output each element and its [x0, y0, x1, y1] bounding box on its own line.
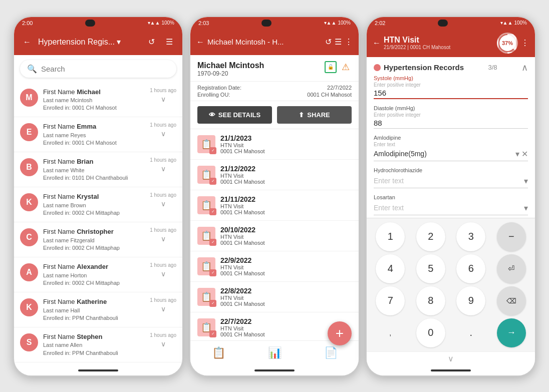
hydrochlorothiazide-dropdown[interactable]: Enter text ▾: [374, 174, 528, 188]
diastole-value[interactable]: 88: [374, 118, 528, 129]
losartan-field: Losartan Enter text ▾: [374, 194, 528, 215]
visit-date: 21/1/2023: [220, 134, 265, 142]
visit-list-item[interactable]: 📋 ✓ 22/8/2022 HTN Visit 0001 CH Mahosot: [190, 282, 359, 312]
home-indicator-1: [14, 365, 182, 375]
numpad-0[interactable]: 0: [416, 318, 445, 347]
amlodipine-arrow-icon: ▾: [515, 149, 519, 159]
amlodipine-dropdown[interactable]: Amlodipine(5mg) ▾ ✕: [374, 147, 528, 161]
numpad-next[interactable]: →: [497, 318, 526, 347]
patient-name: First Name Emma: [43, 122, 145, 131]
phone-screen-1: 2:00 ▾▲▲ 100% ← Hypertension Regis... ▾ …: [13, 16, 183, 376]
numpad-1[interactable]: 1: [376, 222, 405, 251]
visit-ou: 0001 CH Mahosot: [220, 209, 265, 215]
patient-list-item[interactable]: S First Name Stephen Last name Allen Enr…: [14, 327, 182, 362]
numpad-6[interactable]: 6: [456, 254, 485, 283]
visit-list: 📋 ✓ 21/1/2023 HTN Visit 0001 CH Mahosot …: [190, 129, 359, 340]
patient-list-item[interactable]: A First Name Alexander Last name Horton …: [14, 257, 182, 292]
back-button-1[interactable]: ←: [20, 35, 34, 49]
numpad-9[interactable]: 9: [456, 286, 485, 315]
numpad-comma[interactable]: ,: [376, 318, 405, 347]
chevron-down-icon: ∨: [161, 165, 166, 173]
patient-lastname: Last name Fitzgerald: [43, 237, 145, 244]
back-button-2[interactable]: ←: [196, 38, 204, 47]
visit-type: HTN Visit: [220, 173, 265, 179]
numpad-dot[interactable]: .: [456, 318, 485, 347]
status-icons-3: ▾▲▲ 100%: [500, 20, 527, 26]
check-badge: ✓: [209, 208, 216, 215]
check-badge: ✓: [209, 147, 216, 154]
patient-enrolled: Enrolled in: PPM Chanthabouli: [43, 314, 145, 322]
add-visit-fab[interactable]: +: [328, 321, 352, 345]
patient-dob: 1970-09-20: [197, 70, 264, 77]
numpad-backspace[interactable]: ⌫: [497, 286, 526, 315]
patient-list-item[interactable]: C First Name Christopher Last name Fitzg…: [14, 222, 182, 257]
hydrochlorothiazide-label: Hydrochlorothiazide: [374, 167, 528, 173]
visit-list-item[interactable]: 📋 ✓ 21/1/2023 HTN Visit 0001 CH Mahosot: [190, 129, 359, 160]
patient-time: 1 hours ago: [150, 227, 176, 233]
status-bar-1: 2:00 ▾▲▲ 100%: [14, 17, 182, 29]
patient-lastname: Last name Allen: [43, 341, 145, 349]
patient-list-item[interactable]: B First Name Brian Last name White Enrol…: [14, 152, 182, 187]
nav-doc-icon[interactable]: 📄: [324, 346, 338, 359]
losartan-dropdown[interactable]: Enter text ▾: [374, 201, 528, 215]
status-bar-2: 2:03 ▾▲▲ 100%: [190, 17, 359, 29]
chevron-section[interactable]: ∨: [367, 351, 535, 365]
phone-screen-2: 2:03 ▾▲▲ 100% ← Michael Mcintosh - H... …: [189, 16, 360, 376]
patient-list-item[interactable]: M First Name Michael Last name Mcintosh …: [14, 83, 182, 118]
more-button-3[interactable]: ⋮: [521, 38, 529, 48]
collapse-icon[interactable]: ∧: [521, 62, 528, 73]
numpad-5[interactable]: 5: [416, 254, 445, 283]
check-badge: ✓: [209, 330, 216, 337]
amlodipine-field: Amlodipine Enter text Amlodipine(5mg) ▾ …: [374, 135, 528, 161]
visit-type: HTN Visit: [220, 142, 265, 148]
visit-list-item[interactable]: 📋 ✓ 20/10/2022 HTN Visit 0001 CH Mahosot: [190, 221, 359, 251]
numpad-minus[interactable]: −: [497, 222, 526, 251]
amlodipine-clear-icon[interactable]: ✕: [521, 149, 528, 159]
visit-ou: 0001 CH Mahosot: [220, 270, 265, 276]
visit-list-item[interactable]: 📋 ✓ 21/12/2022 HTN Visit 0001 CH Mahosot: [190, 160, 359, 190]
visit-list-item[interactable]: 📋 ✓ 21/11/2022 HTN Visit 0001 CH Mahosot: [190, 190, 359, 221]
patient-enrolled: Enrolled in: 0002 CH Mittaphap: [43, 279, 145, 287]
systole-value[interactable]: 156: [374, 88, 528, 99]
see-details-button[interactable]: 👁 SEE DETAILS: [197, 106, 272, 124]
numpad-3[interactable]: 3: [456, 222, 485, 251]
more-button-2[interactable]: ⋮: [345, 37, 353, 47]
patient-name: First Name Krystal: [43, 192, 145, 201]
hydrochlorothiazide-field: Hydrochlorothiazide Enter text ▾: [374, 167, 528, 188]
refresh-button-2[interactable]: ↺: [325, 37, 332, 47]
patient-avatar: E: [20, 123, 38, 141]
filter-button-2[interactable]: ☰: [335, 37, 342, 47]
chevron-down-icon: ∨: [161, 130, 166, 138]
visit-info: 21/12/2022 HTN Visit 0001 CH Mahosot: [220, 165, 265, 185]
section-label: Hypertension Records: [384, 63, 464, 72]
nav-chart-icon[interactable]: 📊: [268, 346, 282, 359]
nav-list-icon[interactable]: 📋: [212, 346, 225, 359]
numpad-enter[interactable]: ⏎: [497, 254, 526, 283]
app-bar-1: ← Hypertension Regis... ▾ ↺ ☰: [14, 29, 182, 55]
numpad-4[interactable]: 4: [376, 254, 405, 283]
search-input[interactable]: [41, 65, 169, 73]
app-bar-3: ← HTN Visit 21/9/2022 | 0001 CH Mahosot …: [367, 29, 535, 57]
refresh-button-1[interactable]: ↺: [144, 35, 158, 49]
reg-date-value: 22/7/2022: [327, 85, 352, 91]
numpad-7[interactable]: 7: [376, 286, 405, 315]
patient-list-item[interactable]: K First Name Katherine Last name Hall En…: [14, 292, 182, 327]
status-bar-3: 2:02 ▾▲▲ 100%: [367, 17, 535, 29]
visit-ou: 0001 CH Mahosot: [220, 240, 265, 246]
back-button-3[interactable]: ←: [373, 39, 381, 48]
app-subtitle-3: 21/9/2022 | 0001 CH Mahosot: [384, 45, 494, 50]
diastole-label: Diastole (mmHg): [374, 105, 528, 111]
numpad-8[interactable]: 8: [416, 286, 445, 315]
status-icons-1: ▾▲▲ 100%: [148, 20, 174, 26]
patient-list-item[interactable]: K First Name Krystal Last name Brown Enr…: [14, 187, 182, 222]
losartan-label: Losartan: [374, 194, 528, 200]
visit-list-item[interactable]: 📋 ✓ 22/9/2022 HTN Visit 0001 CH Mahosot: [190, 251, 359, 282]
filter-button-1[interactable]: ☰: [162, 35, 176, 49]
action-buttons: 👁 SEE DETAILS ⬆ SHARE: [190, 101, 359, 129]
patient-info: First Name Christopher Last name Fitzger…: [43, 227, 145, 252]
battery-icon-2: 100%: [338, 20, 351, 26]
patient-list-item[interactable]: E First Name Emma Last name Reyes Enroll…: [14, 117, 182, 152]
notch-2: [261, 20, 271, 27]
share-button[interactable]: ⬆ SHARE: [277, 106, 352, 124]
numpad-2[interactable]: 2: [416, 222, 445, 251]
